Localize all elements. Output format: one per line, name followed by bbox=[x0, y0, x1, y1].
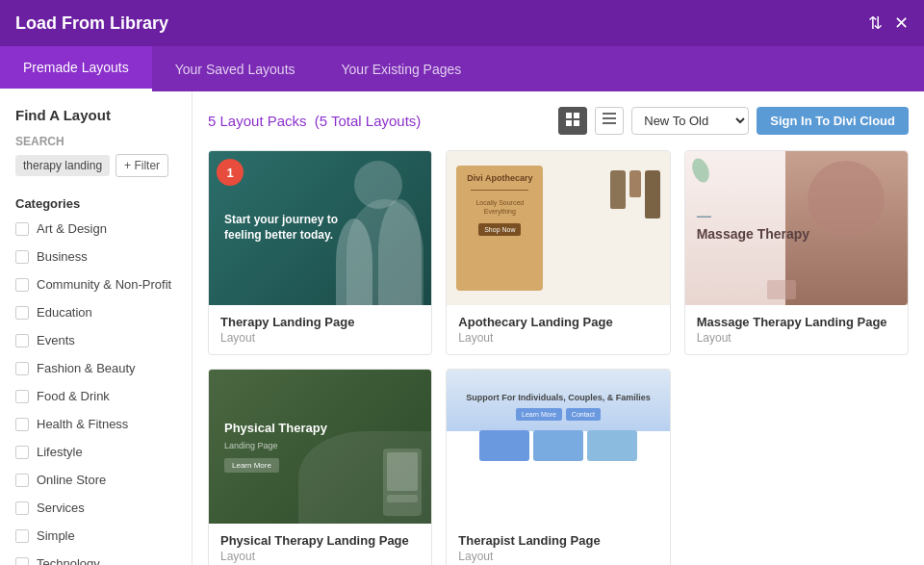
thumb-apo-sub: Locally Sourced Everything bbox=[464, 198, 535, 216]
categories-list: Art & Design Business Community & Non-Pr… bbox=[0, 215, 192, 565]
category-checkbox-services[interactable] bbox=[15, 501, 29, 515]
cloud-signin-button[interactable]: Sign In To Divi Cloud bbox=[757, 107, 909, 135]
category-item-lifestyle[interactable]: Lifestyle bbox=[0, 438, 192, 466]
search-tag[interactable]: therapy landing bbox=[15, 155, 110, 176]
category-checkbox-simple[interactable] bbox=[15, 529, 29, 543]
category-item-events[interactable]: Events bbox=[0, 326, 192, 354]
card-info-apothecary: Apothecary Landing Page Layout bbox=[447, 305, 669, 354]
category-item-services[interactable]: Services bbox=[0, 494, 192, 522]
card-type-therapy: Layout bbox=[220, 331, 420, 345]
layout-card-therapy[interactable]: Start your journey to feeling better tod… bbox=[208, 150, 432, 355]
category-item-simple[interactable]: Simple bbox=[0, 522, 192, 550]
card-title-apothecary: Apothecary Landing Page bbox=[458, 315, 657, 329]
category-checkbox-events[interactable] bbox=[15, 334, 29, 347]
category-checkbox-education[interactable] bbox=[15, 306, 29, 320]
header-actions: ⇅ ✕ bbox=[868, 14, 909, 32]
layout-card-apothecary[interactable]: Divi Apothecary Locally Sourced Everythi… bbox=[446, 150, 670, 355]
svg-point-7 bbox=[691, 157, 710, 184]
card-title-therapist: Therapist Landing Page bbox=[458, 533, 657, 548]
toolbar-right: New To Old Old To New A to Z Z to A Sign… bbox=[558, 107, 909, 135]
bottle-1 bbox=[610, 170, 626, 209]
card-type-massage: Layout bbox=[697, 331, 896, 345]
bottle-3 bbox=[645, 170, 660, 218]
grid-view-btn[interactable] bbox=[558, 107, 587, 135]
category-checkbox-food[interactable] bbox=[15, 390, 29, 403]
layout-badge-1: 1 bbox=[217, 159, 244, 186]
card-info-physical: Physical Therapy Landing Page Layout bbox=[209, 524, 431, 565]
category-item-art[interactable]: Art & Design bbox=[0, 215, 192, 243]
category-checkbox-technology[interactable] bbox=[15, 557, 29, 566]
thumb-apo-bottles bbox=[610, 170, 660, 218]
category-checkbox-lifestyle[interactable] bbox=[15, 446, 29, 459]
tab-premade[interactable]: Premade Layouts bbox=[0, 46, 152, 91]
category-label-simple: Simple bbox=[37, 528, 75, 543]
layout-card-therapist[interactable]: Support For Individuals, Couples, & Fami… bbox=[446, 369, 670, 565]
category-item-onlinestore[interactable]: Online Store bbox=[0, 466, 192, 494]
thumb-apo-title: Divi Apothecary bbox=[467, 173, 532, 184]
thumb-persons bbox=[336, 199, 422, 305]
category-label-food: Food & Drink bbox=[37, 389, 110, 403]
category-label-fashion: Fashion & Beauty bbox=[37, 361, 136, 375]
search-label: Search bbox=[15, 135, 176, 148]
tab-saved[interactable]: Your Saved Layouts bbox=[152, 46, 319, 91]
thumb-apo-left: Divi Apothecary Locally Sourced Everythi… bbox=[456, 151, 543, 305]
category-label-health: Health & Fitness bbox=[37, 417, 128, 431]
card-thumb-massage: ━━━ Massage Therapy bbox=[685, 151, 908, 305]
card-type-apothecary: Layout bbox=[458, 331, 657, 345]
thumb-massage-leaf bbox=[691, 157, 710, 188]
svg-rect-4 bbox=[603, 113, 616, 115]
find-layout-section: Find A Layout Search therapy landing + F… bbox=[0, 107, 192, 189]
main-content: 5 Layout Packs (5 Total Layouts) bbox=[192, 91, 924, 565]
category-checkbox-fashion[interactable] bbox=[15, 362, 29, 375]
svg-rect-3 bbox=[574, 120, 579, 126]
card-title-physical: Physical Therapy Landing Page bbox=[220, 533, 420, 548]
filter-button[interactable]: + Filter bbox=[116, 154, 168, 177]
svg-rect-0 bbox=[566, 113, 572, 118]
modal-body: Find A Layout Search therapy landing + F… bbox=[0, 91, 924, 565]
thumb-therapy-text: Start your journey to feeling better tod… bbox=[224, 213, 340, 243]
thumb-apothecary-bg: Divi Apothecary Locally Sourced Everythi… bbox=[447, 151, 669, 305]
category-item-food[interactable]: Food & Drink bbox=[0, 382, 192, 410]
modal-header: Load From Library ⇅ ✕ bbox=[0, 0, 924, 46]
thumb-therapist-cards bbox=[479, 430, 637, 461]
category-item-technology[interactable]: Technology bbox=[0, 550, 192, 565]
category-label-services: Services bbox=[37, 501, 85, 515]
category-item-fashion[interactable]: Fashion & Beauty bbox=[0, 354, 192, 382]
card-thumb-therapy: Start your journey to feeling better tod… bbox=[209, 151, 431, 305]
tab-existing[interactable]: Your Existing Pages bbox=[319, 46, 485, 91]
list-view-btn[interactable] bbox=[595, 107, 624, 135]
category-checkbox-business[interactable] bbox=[15, 250, 29, 264]
svg-rect-5 bbox=[603, 117, 616, 119]
category-item-community[interactable]: Community & Non-Profit bbox=[0, 270, 192, 298]
layout-count: 5 Layout Packs (5 Total Layouts) bbox=[208, 113, 421, 129]
category-label-education: Education bbox=[37, 305, 92, 320]
svg-rect-1 bbox=[574, 113, 579, 118]
sort-icon-btn[interactable]: ⇅ bbox=[868, 14, 883, 32]
category-checkbox-community[interactable] bbox=[15, 278, 29, 292]
layout-card-physical[interactable]: Physical Therapy Landing Page Learn More bbox=[208, 369, 432, 565]
thumb-physical-text: Physical Therapy bbox=[224, 421, 327, 437]
card-type-physical: Layout bbox=[220, 550, 420, 563]
layout-count-sub: (5 Total Layouts) bbox=[315, 113, 422, 129]
category-label-business: Business bbox=[37, 249, 88, 264]
category-item-education[interactable]: Education bbox=[0, 298, 192, 326]
category-label-community: Community & Non-Profit bbox=[37, 277, 171, 292]
category-checkbox-onlinestore[interactable] bbox=[15, 474, 29, 487]
category-item-health[interactable]: Health & Fitness bbox=[0, 410, 192, 438]
modal-title: Load From Library bbox=[15, 13, 168, 34]
bottle-2 bbox=[629, 170, 641, 197]
search-box: therapy landing + Filter bbox=[15, 154, 176, 177]
category-label-technology: Technology bbox=[37, 556, 100, 565]
category-checkbox-health[interactable] bbox=[15, 418, 29, 431]
card-info-massage: Massage Therapy Landing Page Layout bbox=[685, 305, 908, 354]
category-checkbox-art[interactable] bbox=[15, 222, 29, 236]
card-thumb-apothecary: Divi Apothecary Locally Sourced Everythi… bbox=[447, 151, 669, 305]
layout-card-massage[interactable]: ━━━ Massage Therapy bbox=[684, 150, 909, 355]
sort-dropdown[interactable]: New To Old Old To New A to Z Z to A bbox=[631, 107, 749, 135]
thumb-massage-left: ━━━ Massage Therapy bbox=[697, 213, 810, 243]
find-layout-title: Find A Layout bbox=[15, 107, 176, 123]
svg-rect-6 bbox=[603, 122, 616, 124]
close-button[interactable]: ✕ bbox=[894, 14, 909, 32]
thumb-massage-text: Massage Therapy bbox=[697, 225, 810, 243]
category-item-business[interactable]: Business bbox=[0, 243, 192, 270]
